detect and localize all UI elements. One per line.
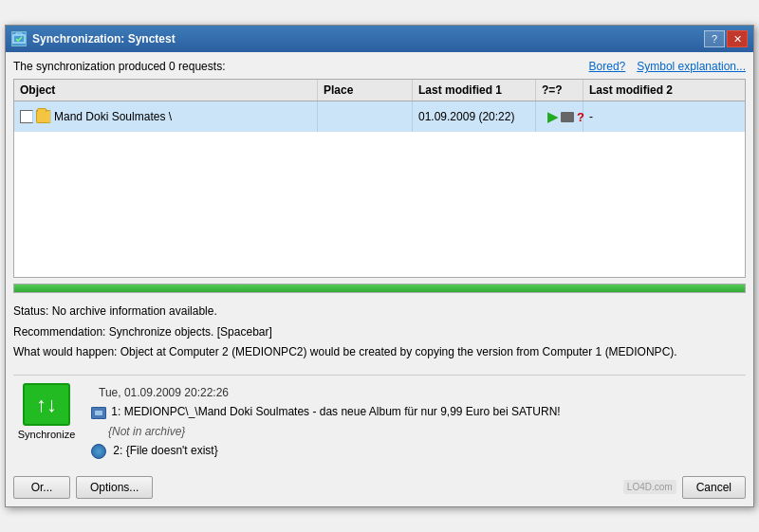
progress-bar-fill — [14, 284, 745, 292]
titlebar-buttons: ? ✕ — [704, 30, 748, 47]
detail-computer2-info: 2: {File doesn't exist} — [91, 441, 746, 460]
computer1-path-text: 1: MEDIONPC\_\Mand Doki Soulmates - das … — [111, 405, 560, 418]
col-last-modified-1: Last modified 1 — [413, 80, 536, 101]
status-section: Status: No archive information available… — [13, 299, 746, 367]
not-in-archive-text: {Not in archive} — [108, 425, 185, 438]
bored-link[interactable]: Bored? — [589, 60, 626, 73]
table-row[interactable]: Mand Doki Soulmates \ 01.09.2009 (20:22)… — [14, 101, 745, 132]
sync-produced-text: The synchronization produced 0 requests: — [13, 60, 225, 73]
row-last-modified-2: - — [589, 110, 593, 123]
folder-icon — [36, 110, 51, 123]
row-object-cell: Mand Doki Soulmates \ — [14, 101, 318, 132]
top-links: Bored? Symbol explanation... — [589, 60, 746, 73]
watermark: LO4D.com — [623, 480, 676, 494]
close-button[interactable]: ✕ — [727, 30, 748, 47]
col-object: Object — [14, 80, 318, 101]
footer: Or... Options... LO4D.com Cancel — [13, 470, 746, 499]
sync-table: Object Place Last modified 1 ?=? Last mo… — [13, 79, 746, 278]
synchronize-button[interactable] — [23, 383, 70, 426]
col-last-modified-2: Last modified 2 — [583, 80, 707, 101]
help-button[interactable]: ? — [704, 30, 725, 47]
detail-not-in-archive: {Not in archive} — [91, 422, 746, 441]
row-compare-cell: ▶ ? — [536, 101, 583, 132]
progress-bar-container — [13, 284, 746, 293]
titlebar-left: Synchronization: Synctest — [11, 31, 176, 46]
or-button[interactable]: Or... — [13, 476, 70, 499]
pc-icon — [561, 112, 574, 122]
row-place-cell — [318, 101, 413, 132]
detail-info: Tue, 01.09.2009 20:22:26 1: MEDIONPC\_\M… — [91, 383, 746, 461]
window-title: Synchronization: Synctest — [32, 32, 176, 46]
table-header: Object Place Last modified 1 ?=? Last mo… — [14, 80, 745, 101]
computer1-icon — [91, 407, 106, 419]
detail-timestamp: Tue, 01.09.2009 20:22:26 — [91, 383, 746, 402]
row-lm1-cell: 01.09.2009 (20:22) — [413, 101, 536, 132]
sync-button-label: Synchronize — [18, 429, 76, 440]
footer-right: LO4D.com Cancel — [623, 476, 746, 499]
symbol-explanation-link[interactable]: Symbol explanation... — [637, 60, 746, 73]
detail-section: Synchronize Tue, 01.09.2009 20:22:26 1: … — [13, 375, 746, 461]
sync-button-area: Synchronize — [13, 383, 80, 440]
titlebar: Synchronization: Synctest ? ✕ — [6, 26, 753, 52]
computer2-info-text: 2: {File doesn't exist} — [113, 444, 217, 457]
arrow-right-icon: ▶ — [547, 109, 558, 124]
detail-computer1-path: 1: MEDIONPC\_\Mand Doki Soulmates - das … — [91, 402, 746, 421]
window-body: The synchronization produced 0 requests:… — [6, 52, 753, 505]
status-line-3: What would happen: Object at Computer 2 … — [13, 343, 746, 361]
col-place: Place — [318, 80, 413, 101]
col-compare: ?=? — [536, 80, 583, 101]
cancel-button[interactable]: Cancel — [682, 476, 746, 499]
row-lm2-cell: - — [583, 101, 707, 132]
row-last-modified-1: 01.09.2009 (20:22) — [418, 110, 514, 123]
options-button[interactable]: Options... — [76, 476, 153, 499]
top-bar: The synchronization produced 0 requests:… — [13, 60, 746, 73]
row-checkbox[interactable] — [20, 110, 33, 123]
row-object-name: Mand Doki Soulmates \ — [54, 110, 172, 123]
main-window: Synchronization: Synctest ? ✕ The synchr… — [5, 25, 754, 506]
status-line-1: Status: No archive information available… — [13, 303, 746, 321]
footer-left-buttons: Or... Options... — [13, 476, 153, 499]
app-icon — [11, 31, 27, 46]
status-line-2: Recommendation: Synchronize objects. [Sp… — [13, 323, 746, 341]
timestamp-text: Tue, 01.09.2009 20:22:26 — [99, 386, 229, 399]
globe-icon — [91, 444, 106, 459]
